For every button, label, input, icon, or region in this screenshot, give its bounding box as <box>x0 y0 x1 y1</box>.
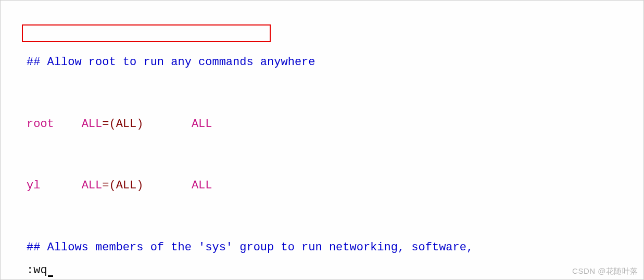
cursor-icon <box>48 275 53 277</box>
rule-all: ALL <box>82 118 103 131</box>
rule-paren: =(ALL) <box>102 179 143 192</box>
rule-paren: =(ALL) <box>102 118 143 131</box>
rule-all: ALL <box>82 179 103 192</box>
rule-end: ALL <box>192 118 212 131</box>
comment-line: ## Allows members of the 'sys' group to … <box>27 240 637 256</box>
comment-line: ## Allow root to run any commands anywhe… <box>27 55 637 70</box>
user-yl: yl <box>27 179 40 192</box>
vim-command-line[interactable]: :wq <box>27 264 53 277</box>
command-text: :wq <box>27 264 47 277</box>
highlight-rectangle <box>22 24 271 42</box>
sudoers-editor[interactable]: ## Allow root to run any commands anywhe… <box>1 1 643 280</box>
sudo-rule-root: root ALL=(ALL) ALL <box>27 117 637 132</box>
user-root: root <box>27 118 54 131</box>
sudo-rule-yl: yl ALL=(ALL) ALL <box>27 178 637 194</box>
watermark-text: CSDN @花随叶落 <box>572 266 638 276</box>
rule-end: ALL <box>192 179 212 192</box>
